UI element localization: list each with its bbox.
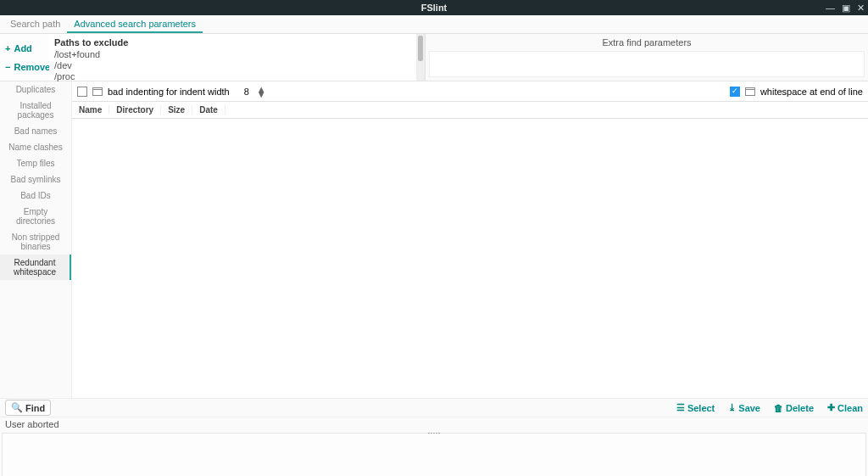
broom-icon: ✚ xyxy=(827,402,835,413)
select-icon: ☰ xyxy=(676,402,685,413)
indent-checkbox[interactable] xyxy=(77,87,87,97)
minimize-icon[interactable]: — xyxy=(826,3,835,13)
sidebar-item-installed-packages[interactable]: Installed packages xyxy=(0,98,71,123)
find-label: Find xyxy=(25,403,45,413)
title-bar: FSlint — ▣ ✕ xyxy=(0,0,868,15)
extra-find-panel: Extra find parameters xyxy=(426,34,868,81)
sidebar-item-bad-ids[interactable]: Bad IDs xyxy=(0,188,71,204)
search-icon: 🔍 xyxy=(11,402,23,413)
status-message: User aborted xyxy=(5,419,59,429)
indent-label: bad indenting for indent width xyxy=(108,87,230,97)
advanced-panel: + Add − Remove Paths to exclude /lost+fo… xyxy=(0,34,868,81)
exclude-item[interactable]: /dev xyxy=(54,60,420,71)
exclude-list[interactable]: /lost+found /dev /proc xyxy=(49,49,425,87)
exclude-panel: Paths to exclude /lost+found /dev /proc xyxy=(49,34,426,81)
add-button[interactable]: + Add xyxy=(5,43,49,53)
clean-button[interactable]: ✚ Clean xyxy=(827,402,863,413)
trash-icon: 🗑 xyxy=(774,403,783,413)
select-button[interactable]: ☰ Select xyxy=(676,402,715,413)
add-label: Add xyxy=(14,43,31,53)
sidebar-item-temp-files[interactable]: Temp files xyxy=(0,155,71,171)
content-area: bad indenting for indent width ▲ ▼ white… xyxy=(71,81,868,398)
exclude-item[interactable]: /proc xyxy=(54,71,420,82)
action-row: 🔍 Find ☰ Select ⤓ Save 🗑 Delete ✚ Clean xyxy=(0,398,868,417)
results-body[interactable] xyxy=(72,119,868,398)
results-header: Name Directory Size Date xyxy=(72,102,868,119)
save-icon: ⤓ xyxy=(728,402,736,413)
spinner-down-icon[interactable]: ▼ xyxy=(257,92,266,97)
plus-icon: + xyxy=(5,43,10,53)
pane-resize-handle[interactable] xyxy=(417,433,451,435)
exclude-scrollbar[interactable] xyxy=(416,34,425,81)
clean-label: Clean xyxy=(837,403,863,413)
exclude-heading: Paths to exclude xyxy=(49,34,425,49)
maximize-icon[interactable]: ▣ xyxy=(842,3,850,13)
tab-search-path[interactable]: Search path xyxy=(3,15,67,33)
col-directory[interactable]: Directory xyxy=(109,105,161,115)
tab-advanced-search[interactable]: Advanced search parameters xyxy=(67,15,203,33)
window-controls: — ▣ ✕ xyxy=(826,3,865,13)
remove-label: Remove xyxy=(14,62,50,72)
sidebar-item-non-stripped-binaries[interactable]: Non stripped binaries xyxy=(0,229,71,255)
select-label: Select xyxy=(687,403,715,413)
delete-button[interactable]: 🗑 Delete xyxy=(774,403,814,413)
sidebar-item-empty-directories[interactable]: Empty directories xyxy=(0,204,71,229)
sidebar-item-name-clashes[interactable]: Name clashes xyxy=(0,139,71,155)
col-date[interactable]: Date xyxy=(192,105,225,115)
col-size[interactable]: Size xyxy=(161,105,192,115)
whitespace-eol-label: whitespace at end of line xyxy=(760,87,863,97)
top-tabs: Search path Advanced search parameters xyxy=(0,15,868,34)
delete-label: Delete xyxy=(786,403,814,413)
indent-icon xyxy=(92,87,103,96)
sidebar: Duplicates Installed packages Bad names … xyxy=(0,81,71,398)
extra-find-heading: Extra find parameters xyxy=(426,34,868,51)
main-row: Duplicates Installed packages Bad names … xyxy=(0,81,868,398)
log-area[interactable] xyxy=(2,433,866,476)
remove-button[interactable]: − Remove xyxy=(5,62,49,72)
save-button[interactable]: ⤓ Save xyxy=(728,402,760,413)
exclude-item[interactable]: /lost+found xyxy=(54,49,420,60)
save-label: Save xyxy=(738,403,760,413)
exclude-buttons: + Add − Remove xyxy=(0,34,49,81)
sidebar-item-redundant-whitespace[interactable]: Redundant whitespace xyxy=(0,255,71,280)
sidebar-item-bad-symlinks[interactable]: Bad symlinks xyxy=(0,171,71,188)
whitespace-eol-checkbox[interactable] xyxy=(730,87,740,97)
col-name[interactable]: Name xyxy=(72,105,109,115)
find-button[interactable]: 🔍 Find xyxy=(5,400,51,416)
minus-icon: − xyxy=(5,62,10,72)
window-title: FSlint xyxy=(421,3,448,13)
extra-find-input[interactable] xyxy=(429,51,865,77)
indent-width-input[interactable] xyxy=(238,87,255,97)
sidebar-item-bad-names[interactable]: Bad names xyxy=(0,123,71,139)
indent-width-spinner[interactable]: ▲ ▼ xyxy=(238,87,266,97)
status-bar: User aborted xyxy=(0,417,868,431)
whitespace-icon xyxy=(745,87,755,96)
close-icon[interactable]: ✕ xyxy=(857,3,865,13)
